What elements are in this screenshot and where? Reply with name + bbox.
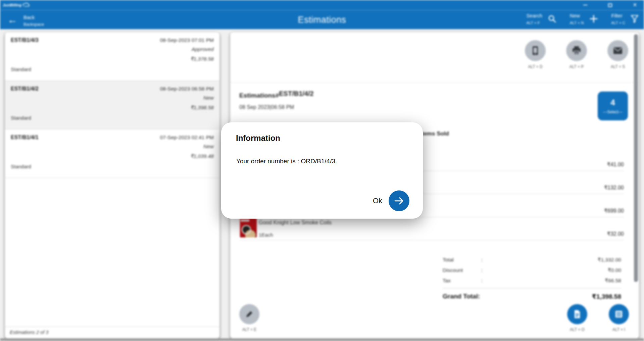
total-value: ₹1,332.00 [592, 257, 621, 263]
filter-icon [631, 14, 639, 23]
mail-shortcut: ALT + S [611, 64, 625, 69]
window-controls: ✕ [580, 0, 640, 10]
header-actions: Search ALT + F New ALT + N [527, 13, 639, 25]
filter-shortcut: ALT + C [611, 21, 625, 25]
order-document-icon [573, 309, 581, 319]
list-item-est-b1-4-2[interactable]: EST/B1/4/2 08-Sep-2023 06:58 PM New ₹1,3… [5, 81, 219, 129]
printer-icon [572, 46, 582, 55]
print-button[interactable]: ALT + P [566, 40, 587, 69]
estimation-type: Standard [11, 115, 214, 121]
print-circle [566, 40, 587, 61]
estimation-status: New [11, 144, 214, 150]
device-shortcut: ALT + D [528, 64, 542, 69]
estimation-datetime: 08-Sep-2023 07:01 PM [160, 37, 214, 43]
line-item-price: ₹41.00 [607, 161, 624, 168]
line-item-price: ₹699.00 [604, 208, 624, 214]
print-shortcut: ALT + P [569, 64, 584, 69]
line-item-row: Good Knight Low Smoke Coils 1Each ₹32.00 [239, 217, 624, 240]
total-row: Total : ₹1,332.00 [443, 254, 621, 265]
close-icon: ✕ [633, 2, 637, 8]
tax-label: Tax [443, 278, 481, 284]
tax-separator: : [481, 278, 592, 284]
new-shortcut: ALT + N [570, 21, 584, 25]
send-to-device-button[interactable]: ALT + D [525, 40, 546, 69]
app-logo: JustBilling [3, 3, 30, 7]
dialog-title: Information [236, 133, 280, 143]
select-label: ---Select--- [603, 110, 622, 114]
document-number: EST/B1/4/2 [279, 90, 313, 98]
cloud-icon [23, 3, 30, 7]
total-label: Total [443, 257, 481, 263]
window-bottom-edge [0, 338, 644, 341]
grand-total-value: ₹1,398.58 [592, 293, 621, 300]
close-button[interactable]: ✕ [630, 0, 640, 10]
edit-button[interactable]: ALT + E [239, 304, 259, 332]
grand-total-label: Grand Total: [443, 293, 480, 300]
maximize-button[interactable] [605, 0, 615, 10]
mail-circle [607, 40, 628, 61]
search-button[interactable]: Search ALT + F [527, 13, 557, 25]
convert-to-order-button[interactable]: ALT + O [567, 304, 587, 332]
new-button[interactable]: New ALT + N [570, 13, 598, 25]
detail-scrollbar[interactable] [634, 34, 638, 336]
minimize-button[interactable] [580, 0, 590, 10]
detail-header-divider [230, 82, 639, 83]
minimize-icon [583, 5, 587, 5]
arrow-right-icon [394, 196, 404, 205]
mobile-device-icon [531, 46, 540, 56]
estimation-id: EST/B1/4/2 [11, 86, 39, 92]
document-label: Estimations# [239, 92, 279, 99]
document-datetime: 08 Sep 2023|06:58 PM [239, 104, 314, 110]
ok-button[interactable]: Ok [373, 190, 409, 211]
app-header: ← Back Backspace Estimations Search ALT … [0, 10, 644, 29]
estimation-amount: ₹1,039.48 [11, 153, 214, 159]
search-label: Search [527, 13, 543, 18]
discount-value: ₹0.00 [592, 267, 621, 273]
estimation-type: Standard [11, 164, 214, 169]
estimation-type: Standard [11, 66, 214, 72]
order-shortcut: ALT + O [570, 327, 585, 332]
estimation-datetime: 07-Sep-2023 02:41 PM [160, 134, 214, 140]
line-item-price: ₹32.00 [607, 231, 624, 237]
ok-label: Ok [373, 196, 382, 205]
discount-separator: : [481, 267, 592, 273]
titlebar: JustBilling ✕ [0, 0, 644, 10]
send-mail-button[interactable]: ALT + S [607, 40, 628, 69]
list-item-est-b1-4-3[interactable]: EST/B1/4/3 08-Sep-2023 07:01 PM Approved… [5, 32, 219, 81]
device-circle [525, 40, 546, 61]
estimation-status: Approved [11, 46, 214, 52]
mail-icon [613, 47, 623, 55]
list-item-est-b1-4-1[interactable]: EST/B1/4/1 07-Sep-2023 02:41 PM New ₹1,0… [5, 129, 219, 178]
totals-section: Total : ₹1,332.00 Discount : ₹0.00 Tax :… [443, 254, 621, 300]
estimation-id: EST/B1/4/3 [11, 37, 39, 43]
discount-label: Discount [443, 267, 481, 273]
list-pagination-status: Estimations 2 of 3 [5, 327, 219, 338]
filter-label: Filter [611, 13, 625, 18]
product-image [240, 218, 257, 237]
detail-toolbar: ALT + D ALT + P [525, 40, 628, 69]
tax-row: Tax : ₹66.58 [443, 275, 621, 286]
select-count-button[interactable]: 4 ---Select--- [598, 92, 628, 120]
line-item-name: Good Knight Low Smoke Coils [259, 220, 332, 226]
document-header: Estimations# EST/B1/4/2 08 Sep 2023|06:5… [239, 92, 314, 110]
plus-icon [589, 14, 598, 23]
discount-row: Discount : ₹0.00 [443, 265, 621, 275]
ok-arrow-circle [389, 190, 409, 211]
dialog-message: Your order number is : ORD/B1/4/3. [236, 158, 337, 165]
convert-to-invoice-button[interactable]: ALT + I [609, 304, 629, 332]
filter-button[interactable]: Filter ALT + C [611, 13, 639, 25]
estimations-list-panel: EST/B1/4/3 08-Sep-2023 07:01 PM Approved… [5, 32, 220, 339]
search-icon [548, 14, 556, 23]
total-separator: : [481, 257, 592, 263]
order-circle [567, 304, 587, 324]
estimation-datetime: 08-Sep-2023 06:58 PM [160, 86, 214, 92]
detail-bottom-actions: ALT + O ALT + I [567, 304, 629, 332]
select-count: 4 [610, 98, 615, 107]
maximize-icon [608, 3, 612, 7]
invoice-list-icon [614, 310, 623, 319]
scrollbar-thumb[interactable] [634, 34, 638, 282]
estimation-amount: ₹1,398.58 [11, 105, 214, 111]
pencil-icon [245, 310, 254, 319]
edit-shortcut: ALT + E [242, 327, 257, 332]
estimation-status: New [11, 95, 214, 101]
